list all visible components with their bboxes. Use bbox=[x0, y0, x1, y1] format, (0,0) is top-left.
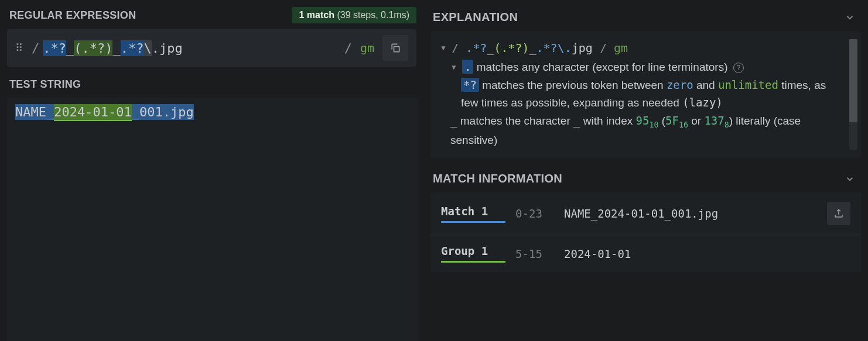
explanation-scrollbar[interactable] bbox=[849, 39, 857, 150]
match-summary-badge: 1 match (39 steps, 0.1ms) bbox=[292, 7, 416, 23]
match-info-title: MATCH INFORMATION bbox=[433, 172, 562, 185]
caret-toggle[interactable]: ▼ bbox=[440, 39, 448, 54]
scrollbar-thumb[interactable] bbox=[849, 39, 857, 122]
regex-open-delim: / bbox=[32, 41, 39, 56]
explanation-title: EXPLANATION bbox=[433, 11, 518, 24]
copy-icon bbox=[389, 42, 401, 54]
regex-close-delim: / bbox=[344, 41, 352, 56]
explanation-panel: EXPLANATION ▼ / .*?_(.*?)_.*?\.jpg / gm … bbox=[430, 7, 861, 158]
collapse-match-info-button[interactable] bbox=[845, 174, 855, 184]
test-string-title: TEST STRING bbox=[7, 75, 419, 98]
chevron-down-icon bbox=[845, 174, 855, 184]
match-info-body: Match 1 0-23 NAME_2024-01-01_001.jpg Gro… bbox=[430, 192, 861, 272]
match-info-panel: MATCH INFORMATION Match 1 0-23 NAME_2024… bbox=[430, 168, 861, 272]
copy-regex-button[interactable] bbox=[382, 35, 408, 61]
explanation-body: ▼ / .*?_(.*?)_.*?\.jpg / gm ▼ . matches … bbox=[430, 31, 861, 158]
match-row[interactable]: Match 1 0-23 NAME_2024-01-01_001.jpg bbox=[430, 192, 861, 235]
match-value: NAME_2024-01-01_001.jpg bbox=[552, 207, 827, 220]
regex-options-icon[interactable]: ⠿ bbox=[15, 43, 23, 53]
regex-flags[interactable]: gm bbox=[360, 41, 374, 55]
explanation-regex-summary: / .*?_(.*?)_.*?\.jpg / gm bbox=[452, 39, 628, 57]
test-string-line: NAME_2024-01-01_001.jpg bbox=[15, 104, 194, 121]
match-label: Match 1 bbox=[441, 205, 505, 223]
explanation-line: *? matches the previous token between ze… bbox=[461, 77, 846, 111]
regex-input-box[interactable]: ⠿ / .*?_(.*?)_.*?\.jpg / gm bbox=[7, 29, 416, 67]
group-value: 2024-01-01 bbox=[552, 247, 850, 260]
export-icon bbox=[833, 208, 844, 219]
svg-rect-0 bbox=[394, 47, 399, 52]
group-row[interactable]: Group 1 5-15 2024-01-01 bbox=[430, 235, 861, 272]
chevron-down-icon bbox=[845, 12, 855, 23]
explanation-line: _ matches the character _ with index 951… bbox=[450, 112, 846, 149]
group-label: Group 1 bbox=[441, 244, 505, 263]
collapse-explanation-button[interactable] bbox=[845, 12, 855, 23]
explanation-line: . matches any character (except for line… bbox=[462, 58, 744, 75]
export-match-button[interactable] bbox=[827, 202, 850, 225]
regex-pattern[interactable]: .*?_(.*?)_.*?\.jpg bbox=[43, 40, 340, 56]
regex-header: REGULAR EXPRESSION 1 match (39 steps, 0.… bbox=[7, 7, 419, 29]
test-string-input[interactable]: NAME_2024-01-01_001.jpg bbox=[7, 98, 419, 341]
group-range: 5-15 bbox=[505, 247, 552, 260]
match-range: 0-23 bbox=[505, 207, 552, 220]
help-icon[interactable]: ? bbox=[733, 63, 744, 73]
caret-toggle[interactable]: ▼ bbox=[450, 58, 459, 73]
regex-section-title: REGULAR EXPRESSION bbox=[9, 9, 136, 22]
